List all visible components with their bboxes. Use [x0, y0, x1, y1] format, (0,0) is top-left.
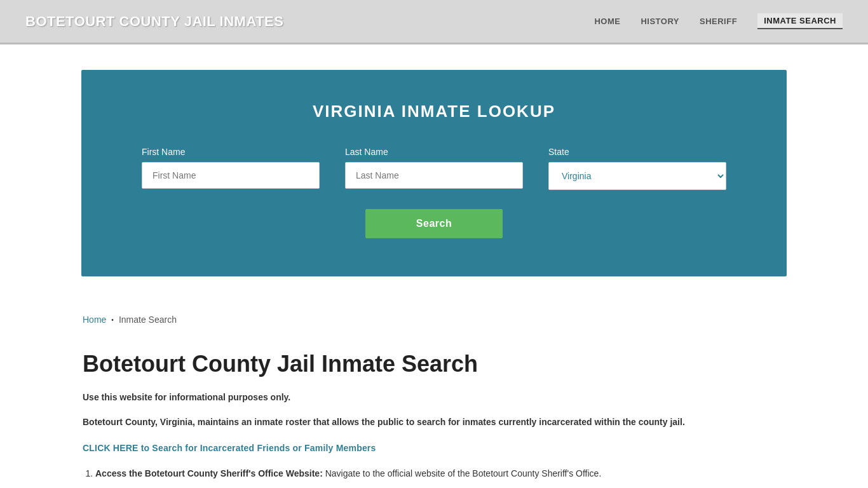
first-name-group: First Name	[142, 147, 320, 190]
state-select[interactable]: Virginia	[548, 162, 726, 190]
hero-title: VIRGINIA INMATE LOOKUP	[132, 102, 736, 121]
site-header: BOTETOURT COUNTY JAIL INMATES HOME HISTO…	[0, 0, 868, 44]
hero-section: VIRGINIA INMATE LOOKUP First Name Last N…	[81, 70, 787, 276]
list-item-1-text: Navigate to the official website of the …	[325, 468, 602, 478]
breadcrumb-current: Inmate Search	[119, 315, 177, 325]
state-label: State	[548, 147, 726, 157]
site-title: BOTETOURT COUNTY JAIL INMATES	[25, 13, 283, 30]
info-text: Use this website for informational purpo…	[83, 390, 785, 404]
description-text: Botetourt County, Virginia, maintains an…	[83, 415, 785, 430]
nav-home[interactable]: HOME	[594, 17, 620, 26]
breadcrumb-separator: •	[111, 316, 114, 323]
first-name-label: First Name	[142, 147, 320, 157]
state-group: State Virginia	[548, 147, 726, 190]
first-name-input[interactable]	[142, 162, 320, 189]
form-fields: First Name Last Name State Virginia	[132, 147, 736, 190]
last-name-label: Last Name	[345, 147, 523, 157]
cta-link[interactable]: CLICK HERE to Search for Incarcerated Fr…	[83, 443, 376, 453]
list-item-1: Access the Botetourt County Sheriff's Of…	[95, 466, 785, 480]
numbered-list: Access the Botetourt County Sheriff's Of…	[83, 466, 785, 480]
last-name-input[interactable]	[345, 162, 523, 189]
nav-inmate-search[interactable]: INMATE SEARCH	[757, 13, 843, 29]
breadcrumb-home[interactable]: Home	[83, 315, 106, 325]
main-content: Home • Inmate Search Botetourt County Ja…	[0, 302, 868, 488]
search-button[interactable]: Search	[365, 209, 503, 238]
inmate-search-form: First Name Last Name State Virginia Sear…	[132, 147, 736, 238]
nav-sheriff[interactable]: SHERIFF	[700, 17, 737, 26]
list-item-1-label: Access the Botetourt County Sheriff's Of…	[95, 468, 323, 478]
nav-history[interactable]: HISTORY	[641, 17, 679, 26]
breadcrumb: Home • Inmate Search	[83, 315, 785, 325]
page-title: Botetourt County Jail Inmate Search	[83, 350, 785, 377]
last-name-group: Last Name	[345, 147, 523, 190]
main-nav: HOME HISTORY SHERIFF INMATE SEARCH	[594, 13, 843, 29]
